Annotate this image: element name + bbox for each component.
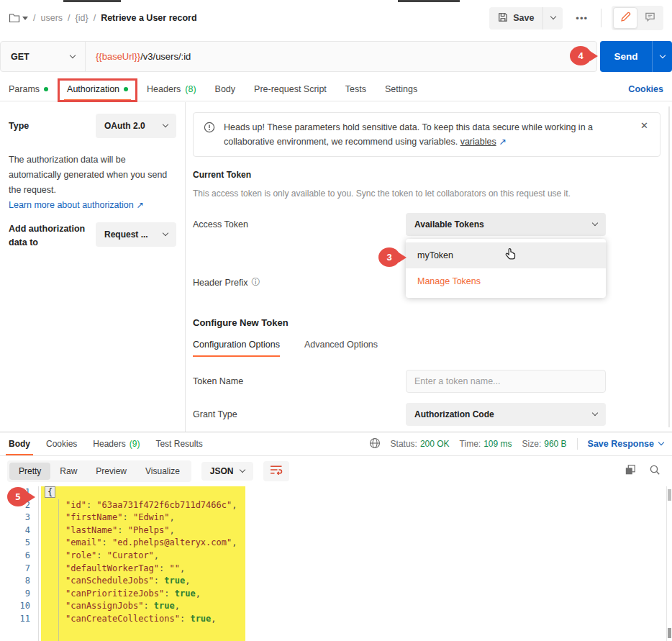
comments-button[interactable] — [637, 7, 662, 29]
view-preview[interactable]: Preview — [86, 463, 136, 480]
response-tab-test-results[interactable]: Test Results — [155, 432, 202, 455]
json-colon: : — [164, 588, 174, 599]
panel-scrollbar[interactable] — [668, 106, 670, 427]
tab-settings[interactable]: Settings — [385, 78, 417, 101]
copy-icon[interactable] — [625, 464, 636, 478]
json-key: "canPrioritizeJobs" — [65, 588, 164, 599]
save-button[interactable]: Save — [489, 12, 542, 24]
access-token-value: Available Tokens — [414, 219, 484, 229]
scrollbar-thumb[interactable] — [668, 489, 671, 501]
auth-type-select[interactable]: OAuth 2.0 — [96, 114, 176, 138]
learn-more-label: Learn more about authorization — [9, 200, 134, 210]
manage-tokens-label: Manage Tokens — [417, 276, 481, 286]
code-content: "canAssignJobs": true, — [37, 600, 180, 613]
tab-params-label: Params — [9, 84, 40, 94]
add-auth-select[interactable]: Request ... — [96, 222, 176, 247]
code-content: "email": "ed.phelps@alteryx.com", — [37, 537, 237, 550]
tab-advanced-options[interactable]: Advanced Options — [304, 340, 378, 357]
breadcrumb-separator: / — [94, 13, 96, 23]
close-icon[interactable]: ✕ — [639, 120, 650, 131]
url-path: /v3/users/:id — [140, 51, 191, 62]
response-body-label: Body — [9, 439, 30, 449]
json-colon: : — [86, 500, 96, 510]
postman-window: / users / {id} / Retrieve a User record … — [0, 0, 672, 641]
tab-tests[interactable]: Tests — [345, 78, 366, 101]
view-raw[interactable]: Raw — [50, 463, 86, 480]
response-tab-headers[interactable]: Headers (9) — [93, 432, 140, 455]
cursor-hand-icon — [504, 247, 518, 265]
info-icon: ⓘ — [251, 276, 260, 288]
method-select[interactable]: GET — [1, 42, 86, 71]
tab-configuration-options[interactable]: Configuration Options — [193, 340, 280, 357]
json-value: "63aa731f472f6cb711d7466c" — [96, 500, 232, 510]
scrollbar[interactable] — [666, 486, 672, 641]
tab-params[interactable]: Params — [9, 78, 48, 101]
code-line: 9 "canPrioritizeJobs": true, — [0, 588, 672, 601]
grant-type-select[interactable]: Authorization Code — [406, 403, 606, 426]
cookies-link[interactable]: Cookies — [628, 78, 663, 101]
chevron-down-icon — [239, 467, 245, 473]
view-visualize[interactable]: Visualize — [136, 463, 189, 480]
tab-body[interactable]: Body — [215, 78, 236, 101]
response-tab-cookies[interactable]: Cookies — [46, 432, 77, 455]
url-input[interactable]: {{baseUrl}}/v3/users/:id — [86, 51, 191, 62]
line-number: 6 — [0, 550, 37, 563]
request-file-icon[interactable] — [9, 13, 28, 23]
request-title[interactable]: Retrieve a User record — [101, 13, 196, 23]
code-line: 5 "email": "ed.phelps@alteryx.com", — [0, 537, 672, 550]
menu-item-mytoken[interactable]: myToken — [406, 242, 606, 268]
code-content: "lastName": "Phelps", — [37, 524, 175, 537]
format-select[interactable]: JSON — [201, 462, 253, 481]
tab-headers[interactable]: Headers (8) — [147, 78, 196, 101]
json-key: "email" — [65, 537, 102, 547]
menu-item-manage-tokens[interactable]: Manage Tokens — [406, 268, 606, 294]
variables-link[interactable]: variables — [460, 137, 496, 147]
chevron-down-icon — [22, 17, 28, 20]
json-value: "" — [170, 563, 180, 573]
status-label: Status: — [391, 439, 417, 449]
code-content: "id": "63aa731f472f6cb711d7466c", — [37, 499, 237, 512]
configure-tabs: Configuration Options Advanced Options — [193, 340, 660, 357]
view-pretty[interactable]: Pretty — [9, 463, 50, 480]
search-icon[interactable] — [649, 464, 660, 478]
response-toolbar: Pretty Raw Preview Visualize JSON — [0, 456, 672, 486]
learn-more-link[interactable]: Learn more about authorization ↗ — [9, 199, 144, 210]
authorization-dot — [124, 87, 128, 91]
active-tab-underline — [6, 454, 33, 455]
annotation-step-5: 5 — [7, 487, 29, 506]
breadcrumb-users[interactable]: users — [40, 13, 63, 23]
save-response-button[interactable]: Save Response — [588, 439, 663, 449]
tab-prerequest[interactable]: Pre-request Script — [254, 78, 327, 101]
access-token-select[interactable]: Available Tokens — [406, 213, 606, 236]
send-button[interactable]: Send — [600, 41, 672, 72]
add-auth-label: Add authorization data to — [9, 222, 89, 250]
response-body-viewer[interactable]: 5 1 { 2 "id": "63aa731f472f6cb711d7466c"… — [0, 486, 672, 641]
chevron-down-icon — [658, 440, 664, 445]
globe-icon[interactable] — [369, 437, 381, 451]
json-comma: , — [185, 576, 190, 586]
json-key: "defaultWorkerTag" — [65, 563, 159, 573]
comment-icon — [645, 12, 655, 25]
line-number: 5 — [0, 537, 37, 550]
wrap-lines-button[interactable] — [263, 461, 289, 481]
response-tab-body[interactable]: Body — [9, 432, 30, 455]
json-colon: : — [96, 550, 106, 560]
current-token-heading: Current Token — [193, 170, 660, 180]
save-options-button[interactable] — [542, 7, 563, 29]
tab-authorization[interactable]: Authorization — [67, 78, 128, 101]
current-token-description: This access token is only available to y… — [193, 188, 660, 199]
tab-headers-label: Headers — [147, 84, 181, 94]
auth-sidebar: Type OAuth 2.0 The authorization data wi… — [0, 102, 186, 432]
token-name-input[interactable] — [406, 370, 606, 393]
edit-mode-button[interactable] — [613, 7, 637, 29]
json-value: true — [190, 614, 211, 624]
json-key: "lastName" — [65, 525, 117, 535]
send-options-button[interactable] — [652, 41, 672, 72]
breadcrumb-id[interactable]: {id} — [76, 13, 88, 23]
json-key: "role" — [65, 550, 96, 560]
external-link-icon: ↗ — [499, 137, 506, 147]
chevron-down-icon — [659, 52, 665, 58]
banner-text: Heads up! These parameters hold sensitiv… — [224, 120, 630, 149]
more-actions-button[interactable]: ••• — [573, 13, 591, 24]
wrap-text-icon — [270, 465, 283, 478]
